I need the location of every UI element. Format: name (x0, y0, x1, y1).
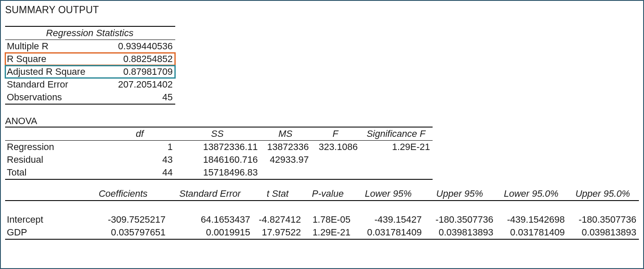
stat-label-adj-r-square: Adjusted R Square (5, 65, 105, 78)
stat-label-multiple-r: Multiple R (5, 40, 105, 53)
coef-header-blank (5, 187, 79, 201)
anova-row-total: Total 44 15718496.83 (5, 166, 433, 179)
anova-label: Total (5, 166, 105, 179)
anova-cell: 13872336 (260, 141, 311, 154)
coef-cell: 17.97522 (253, 226, 303, 239)
coef-cell: 0.031781409 (496, 226, 567, 239)
anova-cell (360, 166, 433, 179)
coef-cell: 1.78E-05 (303, 213, 353, 226)
stat-value-multiple-r: 0.939440536 (105, 40, 175, 53)
stat-value-r-square: 0.88254852 (105, 53, 175, 65)
regression-statistics-header: Regression Statistics (5, 26, 175, 40)
anova-cell: 44 (105, 166, 175, 179)
coef-row-gdp: GDP 0.035797651 0.0019915 17.97522 1.29E… (5, 226, 639, 239)
coefficients-table: Coefficients Standard Error t Stat P-val… (5, 187, 639, 240)
anova-cell: 1846160.716 (175, 153, 260, 166)
coef-cell: -439.1542698 (496, 213, 567, 226)
anova-cell: 13872336.11 (175, 141, 260, 154)
coef-row-intercept: Intercept -309.7525217 64.1653437 -4.827… (5, 213, 639, 226)
anova-cell (311, 166, 360, 179)
coef-cell: -439.15427 (353, 213, 425, 226)
regression-output-sheet: SUMMARY OUTPUT Regression Statistics Mul… (1, 1, 643, 268)
regression-statistics-table: Regression Statistics Multiple R 0.93944… (5, 26, 175, 105)
stat-label-observations: Observations (5, 91, 105, 104)
stat-value-observations: 45 (105, 91, 175, 104)
coef-label: Intercept (5, 213, 79, 226)
stat-value-adj-r-square: 0.87981709 (105, 65, 175, 78)
anova-cell (360, 153, 433, 166)
stat-label-r-square: R Square (5, 53, 105, 65)
anova-cell: 1.29E-21 (360, 141, 433, 154)
anova-header-f: F (311, 127, 360, 141)
anova-cell (311, 153, 360, 166)
coef-cell: -309.7525217 (79, 213, 168, 226)
coef-header-upper95: Upper 95% (425, 187, 496, 201)
coef-header-lower95b: Lower 95.0% (496, 187, 567, 201)
anova-label: Regression (5, 141, 105, 154)
anova-cell: 15718496.83 (175, 166, 260, 179)
anova-cell: 1 (105, 141, 175, 154)
anova-header-ms: MS (260, 127, 311, 141)
highlight-adjusted-r-square: Adjusted R Square 0.87981709 (5, 65, 175, 78)
coef-cell: 0.031781409 (353, 226, 425, 239)
stat-label-standard-error: Standard Error (5, 78, 105, 91)
coef-header-p: P-value (303, 187, 353, 201)
coef-cell: 0.039813893 (425, 226, 496, 239)
coef-gap-row (5, 201, 639, 213)
anova-header-blank (5, 127, 105, 141)
anova-header-ss: SS (175, 127, 260, 141)
highlight-r-square: R Square 0.88254852 (5, 53, 175, 65)
anova-header-sigf: Significance F (360, 127, 433, 141)
anova-table: df SS MS F Significance F Regression 1 1… (5, 127, 433, 180)
anova-label: Residual (5, 153, 105, 166)
anova-cell: 42933.97 (260, 153, 311, 166)
coef-label: GDP (5, 226, 79, 239)
summary-output-title: SUMMARY OUTPUT (5, 4, 639, 16)
coef-header-t: t Stat (253, 187, 303, 201)
coef-cell: 0.035797651 (79, 226, 168, 239)
coef-cell: 0.0019915 (168, 226, 253, 239)
coef-cell: 64.1653437 (168, 213, 253, 226)
coef-cell: 0.039813893 (567, 226, 639, 239)
anova-header-df: df (105, 127, 175, 141)
coef-cell: -4.827412 (253, 213, 303, 226)
anova-cell (260, 166, 311, 179)
stat-value-standard-error: 207.2051402 (105, 78, 175, 91)
anova-row-residual: Residual 43 1846160.716 42933.97 (5, 153, 433, 166)
coef-header-lower95: Lower 95% (353, 187, 425, 201)
coef-header-coefficients: Coefficients (79, 187, 168, 201)
coef-cell: 1.29E-21 (303, 226, 353, 239)
anova-title: ANOVA (5, 116, 639, 127)
coef-header-se: Standard Error (168, 187, 253, 201)
coef-cell: -180.3507736 (567, 213, 639, 226)
coef-cell: -180.3507736 (425, 213, 496, 226)
anova-row-regression: Regression 1 13872336.11 13872336 323.10… (5, 141, 433, 154)
coef-header-upper95b: Upper 95.0% (567, 187, 639, 201)
anova-cell: 43 (105, 153, 175, 166)
anova-cell: 323.1086 (311, 141, 360, 154)
